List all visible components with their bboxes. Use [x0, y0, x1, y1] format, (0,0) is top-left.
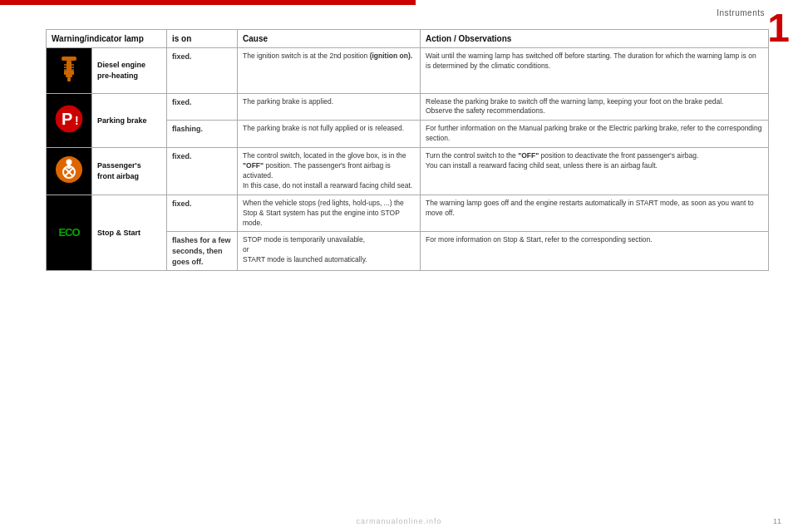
page-number: 11 — [773, 517, 781, 525]
svg-text:P: P — [62, 110, 72, 128]
svg-text:!: ! — [75, 114, 79, 127]
col-header-cause: Cause — [238, 30, 421, 48]
action-parking-1: Release the parking brake to switch off … — [421, 93, 769, 121]
is-on-stopstart-2: flashes for a few seconds, then goes off… — [167, 232, 238, 271]
table-row: Diesel enginepre-heating fixed. The igni… — [47, 48, 769, 94]
svg-rect-4 — [67, 77, 71, 81]
action-stopstart-2: For more information on Stop & Start, re… — [421, 232, 769, 271]
is-on-value-stopstart-1: fixed. — [172, 200, 192, 208]
is-on-diesel-1: fixed. — [167, 48, 238, 94]
label-cell-diesel: Diesel enginepre-heating — [92, 48, 167, 94]
label-cell-parking: Parking brake — [92, 93, 167, 148]
col-header-action: Action / Observations — [421, 30, 769, 48]
cause-parking-2: The parking brake is not fully applied o… — [238, 121, 421, 148]
cause-airbag-1: The control switch, located in the glove… — [238, 148, 421, 195]
is-on-value-parking-1: fixed. — [172, 98, 192, 106]
cause-diesel-1: The ignition switch is at the 2nd positi… — [238, 48, 421, 94]
col-header-ison: is on — [167, 30, 238, 48]
is-on-parking-1: fixed. — [167, 93, 238, 121]
diesel-preheat-icon — [53, 53, 85, 85]
svg-point-12 — [66, 160, 72, 165]
action-airbag-1: Turn the control switch to the "OFF" pos… — [421, 148, 769, 195]
table-row: ECO Stop & Start fixed. When the vehicle… — [47, 195, 769, 232]
is-on-value-parking-2: flashing. — [172, 125, 203, 133]
cause-stopstart-2: STOP mode is temporarily unavailable, or… — [238, 232, 421, 271]
icon-cell-diesel — [47, 48, 92, 94]
action-stopstart-1: The warning lamp goes off and the engine… — [421, 195, 769, 232]
action-parking-2: For further information on the Manual pa… — [421, 121, 769, 148]
table-row: Passenger'sfront airbag fixed. The contr… — [47, 148, 769, 195]
svg-rect-14 — [67, 165, 71, 169]
svg-rect-2 — [64, 71, 74, 75]
col-header-lamp: Warning/indicator lamp — [47, 30, 167, 48]
section-title: Instruments — [717, 8, 765, 17]
is-on-parking-2: flashing. — [167, 121, 238, 148]
lamp-label-stopstart: Stop & Start — [97, 229, 140, 237]
lamp-label-parking: Parking brake — [97, 116, 147, 125]
cause-stopstart-1: When the vehicle stops (red lights, hold… — [238, 195, 421, 232]
airbag-icon — [53, 154, 85, 185]
is-on-stopstart-1: fixed. — [167, 195, 238, 232]
is-on-value-airbag: fixed. — [172, 152, 192, 160]
eco-icon: ECO — [58, 225, 79, 240]
parking-brake-icon: P ! — [53, 103, 85, 135]
top-red-bar — [0, 0, 416, 5]
icon-cell-airbag — [47, 148, 92, 195]
action-diesel-1: Wait until the warning lamp has switched… — [421, 48, 769, 94]
watermark: carmanualonline.info — [356, 517, 441, 525]
lamp-label-airbag: Passenger'sfront airbag — [97, 161, 141, 180]
svg-rect-3 — [66, 75, 72, 77]
icon-cell-stopstart: ECO — [47, 195, 92, 270]
icon-cell-parking: P ! — [47, 93, 92, 148]
svg-rect-1 — [66, 61, 71, 71]
label-cell-stopstart: Stop & Start — [92, 195, 167, 270]
lamp-label-diesel: Diesel enginepre-heating — [97, 61, 145, 80]
svg-rect-0 — [62, 57, 76, 61]
chapter-number: 1 — [767, 8, 790, 48]
is-on-value: fixed. — [172, 52, 192, 61]
main-table-container: Warning/indicator lamp is on Cause Actio… — [46, 29, 769, 507]
is-on-value-stopstart-2: flashes for a few seconds, then goes off… — [172, 236, 231, 265]
cause-parking-1: The parking brake is applied. — [238, 93, 421, 121]
label-cell-airbag: Passenger'sfront airbag — [92, 148, 167, 195]
is-on-airbag-1: fixed. — [167, 148, 238, 195]
table-row: P ! Parking brake fixed. The parking bra… — [47, 93, 769, 121]
warning-lamp-table: Warning/indicator lamp is on Cause Actio… — [46, 29, 769, 271]
